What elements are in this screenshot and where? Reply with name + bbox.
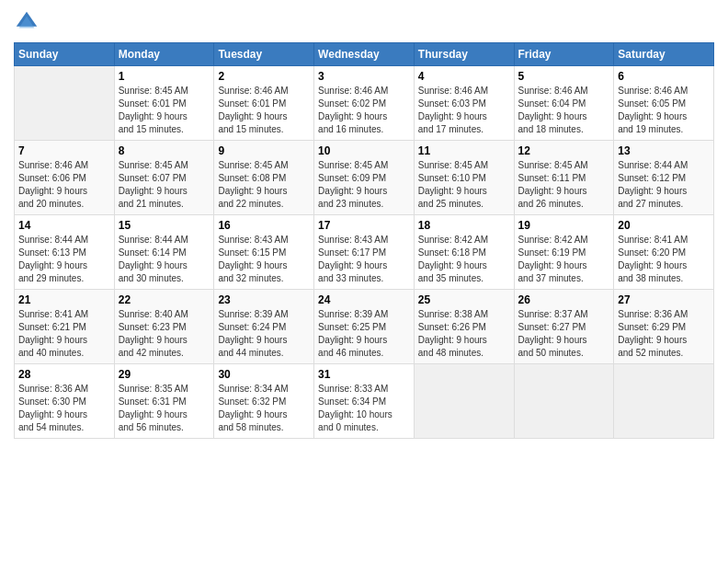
day-info: Sunrise: 8:36 AM Sunset: 6:30 PM Dayligh…: [18, 383, 110, 434]
day-info: Sunrise: 8:35 AM Sunset: 6:31 PM Dayligh…: [119, 383, 210, 434]
day-info: Sunrise: 8:43 AM Sunset: 6:15 PM Dayligh…: [218, 234, 310, 285]
day-info: Sunrise: 8:41 AM Sunset: 6:21 PM Dayligh…: [18, 308, 110, 360]
day-info: Sunrise: 8:36 AM Sunset: 6:29 PM Dayligh…: [618, 308, 710, 360]
day-number: 13: [618, 144, 710, 157]
day-number: 4: [418, 70, 510, 83]
calendar-cell: [614, 364, 714, 439]
day-number: 21: [18, 293, 110, 306]
day-number: 11: [418, 144, 510, 157]
weekday-header-thursday: Thursday: [414, 43, 514, 66]
day-number: 3: [318, 70, 410, 83]
day-number: 20: [618, 219, 710, 232]
day-info: Sunrise: 8:46 AM Sunset: 6:01 PM Dayligh…: [218, 85, 310, 136]
header: [14, 9, 714, 35]
main-container: SundayMondayTuesdayWednesdayThursdayFrid…: [0, 0, 728, 448]
week-row-1: 1Sunrise: 8:45 AM Sunset: 6:01 PM Daylig…: [15, 66, 714, 141]
day-number: 22: [119, 293, 210, 306]
day-info: Sunrise: 8:45 AM Sunset: 6:01 PM Dayligh…: [119, 85, 210, 136]
day-info: Sunrise: 8:33 AM Sunset: 6:34 PM Dayligh…: [318, 383, 410, 434]
calendar-cell: 29Sunrise: 8:35 AM Sunset: 6:31 PM Dayli…: [114, 364, 214, 439]
day-number: 18: [418, 219, 510, 232]
calendar-cell: 12Sunrise: 8:45 AM Sunset: 6:11 PM Dayli…: [514, 141, 614, 215]
calendar-cell: 14Sunrise: 8:44 AM Sunset: 6:13 PM Dayli…: [15, 215, 115, 290]
day-info: Sunrise: 8:39 AM Sunset: 6:24 PM Dayligh…: [218, 308, 310, 360]
day-number: 2: [218, 70, 310, 83]
calendar-cell: 26Sunrise: 8:37 AM Sunset: 6:27 PM Dayli…: [514, 290, 614, 364]
calendar-cell: 24Sunrise: 8:39 AM Sunset: 6:25 PM Dayli…: [314, 290, 415, 364]
day-info: Sunrise: 8:43 AM Sunset: 6:17 PM Dayligh…: [318, 234, 410, 285]
day-info: Sunrise: 8:46 AM Sunset: 6:02 PM Dayligh…: [318, 85, 410, 136]
day-number: 27: [618, 293, 710, 306]
week-row-2: 7Sunrise: 8:46 AM Sunset: 6:06 PM Daylig…: [15, 141, 714, 215]
calendar-cell: 25Sunrise: 8:38 AM Sunset: 6:26 PM Dayli…: [414, 290, 514, 364]
calendar-cell: 20Sunrise: 8:41 AM Sunset: 6:20 PM Dayli…: [614, 215, 714, 290]
day-number: 6: [618, 70, 710, 83]
weekday-header-sunday: Sunday: [15, 43, 115, 66]
day-info: Sunrise: 8:45 AM Sunset: 6:08 PM Dayligh…: [218, 159, 310, 211]
day-info: Sunrise: 8:37 AM Sunset: 6:27 PM Dayligh…: [518, 308, 610, 360]
calendar-cell: 3Sunrise: 8:46 AM Sunset: 6:02 PM Daylig…: [314, 66, 415, 141]
logo-icon: [14, 9, 40, 35]
calendar-cell: 6Sunrise: 8:46 AM Sunset: 6:05 PM Daylig…: [614, 66, 714, 141]
day-info: Sunrise: 8:45 AM Sunset: 6:11 PM Dayligh…: [518, 159, 610, 211]
weekday-header-wednesday: Wednesday: [314, 43, 415, 66]
day-number: 10: [318, 144, 410, 157]
week-row-4: 21Sunrise: 8:41 AM Sunset: 6:21 PM Dayli…: [15, 290, 714, 364]
weekday-header-friday: Friday: [514, 43, 614, 66]
day-info: Sunrise: 8:45 AM Sunset: 6:10 PM Dayligh…: [418, 159, 510, 211]
day-number: 12: [518, 144, 610, 157]
calendar-cell: 9Sunrise: 8:45 AM Sunset: 6:08 PM Daylig…: [214, 141, 314, 215]
calendar-cell: 5Sunrise: 8:46 AM Sunset: 6:04 PM Daylig…: [514, 66, 614, 141]
day-number: 30: [218, 368, 310, 381]
calendar-cell: 7Sunrise: 8:46 AM Sunset: 6:06 PM Daylig…: [15, 141, 115, 215]
week-row-3: 14Sunrise: 8:44 AM Sunset: 6:13 PM Dayli…: [15, 215, 714, 290]
calendar-cell: 4Sunrise: 8:46 AM Sunset: 6:03 PM Daylig…: [414, 66, 514, 141]
week-row-5: 28Sunrise: 8:36 AM Sunset: 6:30 PM Dayli…: [15, 364, 714, 439]
day-number: 7: [18, 144, 110, 157]
day-number: 23: [218, 293, 310, 306]
day-info: Sunrise: 8:46 AM Sunset: 6:05 PM Dayligh…: [618, 85, 710, 136]
calendar-cell: 8Sunrise: 8:45 AM Sunset: 6:07 PM Daylig…: [114, 141, 214, 215]
calendar-cell: 15Sunrise: 8:44 AM Sunset: 6:14 PM Dayli…: [114, 215, 214, 290]
calendar-cell: 31Sunrise: 8:33 AM Sunset: 6:34 PM Dayli…: [314, 364, 415, 439]
logo: [14, 9, 43, 35]
day-number: 15: [119, 219, 210, 232]
day-info: Sunrise: 8:45 AM Sunset: 6:07 PM Dayligh…: [119, 159, 210, 211]
day-number: 17: [318, 219, 410, 232]
day-info: Sunrise: 8:45 AM Sunset: 6:09 PM Dayligh…: [318, 159, 410, 211]
day-number: 16: [218, 219, 310, 232]
weekday-header-row: SundayMondayTuesdayWednesdayThursdayFrid…: [15, 43, 714, 66]
day-info: Sunrise: 8:44 AM Sunset: 6:12 PM Dayligh…: [618, 159, 710, 211]
calendar-cell: 22Sunrise: 8:40 AM Sunset: 6:23 PM Dayli…: [114, 290, 214, 364]
day-info: Sunrise: 8:46 AM Sunset: 6:06 PM Dayligh…: [18, 159, 110, 211]
calendar-cell: 10Sunrise: 8:45 AM Sunset: 6:09 PM Dayli…: [314, 141, 415, 215]
day-info: Sunrise: 8:42 AM Sunset: 6:18 PM Dayligh…: [418, 234, 510, 285]
day-number: 24: [318, 293, 410, 306]
calendar-cell: 16Sunrise: 8:43 AM Sunset: 6:15 PM Dayli…: [214, 215, 314, 290]
day-info: Sunrise: 8:44 AM Sunset: 6:14 PM Dayligh…: [119, 234, 210, 285]
calendar-cell: 17Sunrise: 8:43 AM Sunset: 6:17 PM Dayli…: [314, 215, 415, 290]
day-number: 1: [119, 70, 210, 83]
weekday-header-tuesday: Tuesday: [214, 43, 314, 66]
day-number: 14: [18, 219, 110, 232]
calendar-cell: 28Sunrise: 8:36 AM Sunset: 6:30 PM Dayli…: [15, 364, 115, 439]
calendar-cell: [514, 364, 614, 439]
day-info: Sunrise: 8:34 AM Sunset: 6:32 PM Dayligh…: [218, 383, 310, 434]
day-info: Sunrise: 8:42 AM Sunset: 6:19 PM Dayligh…: [518, 234, 610, 285]
day-number: 25: [418, 293, 510, 306]
calendar-cell: 23Sunrise: 8:39 AM Sunset: 6:24 PM Dayli…: [214, 290, 314, 364]
day-number: 5: [518, 70, 610, 83]
day-number: 31: [318, 368, 410, 381]
calendar-cell: 19Sunrise: 8:42 AM Sunset: 6:19 PM Dayli…: [514, 215, 614, 290]
day-number: 29: [119, 368, 210, 381]
calendar-cell: 2Sunrise: 8:46 AM Sunset: 6:01 PM Daylig…: [214, 66, 314, 141]
day-info: Sunrise: 8:38 AM Sunset: 6:26 PM Dayligh…: [418, 308, 510, 360]
day-info: Sunrise: 8:39 AM Sunset: 6:25 PM Dayligh…: [318, 308, 410, 360]
calendar-cell: 1Sunrise: 8:45 AM Sunset: 6:01 PM Daylig…: [114, 66, 214, 141]
day-number: 28: [18, 368, 110, 381]
calendar-cell: [15, 66, 115, 141]
calendar-cell: 21Sunrise: 8:41 AM Sunset: 6:21 PM Dayli…: [15, 290, 115, 364]
calendar-cell: [414, 364, 514, 439]
calendar-cell: 18Sunrise: 8:42 AM Sunset: 6:18 PM Dayli…: [414, 215, 514, 290]
weekday-header-saturday: Saturday: [614, 43, 714, 66]
